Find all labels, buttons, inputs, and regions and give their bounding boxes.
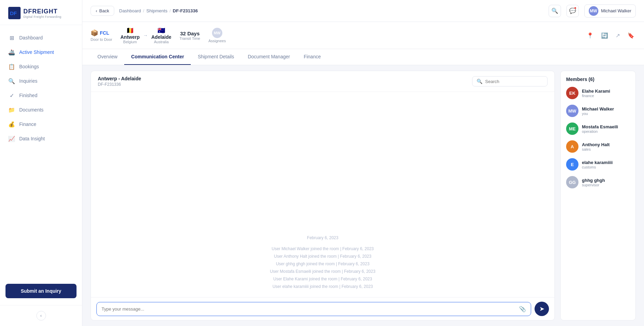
avatar: MW: [589, 6, 598, 16]
topbar: ‹ Back Dashboard / Shipments / DF-F23133…: [82, 0, 644, 22]
shipment-type-label: FCL: [100, 30, 109, 36]
member-name: Elahe Karami: [582, 89, 630, 94]
member-avatar-elahe-karamiiii: E: [566, 158, 578, 171]
sidebar-item-bookings[interactable]: 📋 Bookings: [0, 59, 82, 74]
assignees-label: Assignees: [208, 39, 226, 43]
sidebar-item-label: Active Shipment: [19, 49, 54, 55]
transit-days: 32 Days: [179, 31, 200, 36]
dashboard-icon: ⊞: [8, 34, 15, 41]
member-avatar-anthony-halt: A: [566, 140, 578, 153]
breadcrumb: Dashboard / Shipments / DF-F231336: [119, 8, 198, 13]
system-message-1: User Anthony Halt joined the room | Febr…: [98, 254, 548, 259]
sidebar-item-label: Data Insight: [19, 136, 45, 141]
tab-document-manager[interactable]: Document Manager: [241, 49, 297, 65]
topbar-left: ‹ Back Dashboard / Shipments / DF-F23133…: [91, 6, 198, 16]
finished-icon: ✓: [8, 92, 15, 99]
breadcrumb-dashboard[interactable]: Dashboard: [119, 8, 141, 13]
member-name: ghhg ghgh: [582, 178, 630, 183]
dfreight-logo-icon: DF: [8, 7, 21, 19]
sidebar-item-finance[interactable]: 💰 Finance: [0, 117, 82, 131]
shipment-service: Door to Door: [91, 37, 112, 42]
shipment-icon: 🚢: [8, 49, 15, 56]
location-button[interactable]: 📍: [585, 31, 595, 40]
send-button[interactable]: ➤: [535, 302, 549, 316]
origin-block: 🇧🇪 Antwerp Belgium: [120, 27, 140, 44]
member-name: elahe karamiiii: [582, 160, 630, 165]
send-icon: ➤: [539, 305, 545, 313]
system-message-0: User Michael Walker joined the room | Fe…: [98, 246, 548, 251]
sidebar-item-dashboard[interactable]: ⊞ Dashboard: [0, 31, 82, 45]
tab-communication-center[interactable]: Communication Center: [124, 49, 191, 65]
assignees-block: MW Assignees: [208, 28, 226, 43]
sidebar-item-label: Dashboard: [19, 35, 43, 40]
member-role: supervisor: [582, 183, 630, 187]
tab-shipment-details[interactable]: Shipment Details: [191, 49, 241, 65]
chat-title: Antwerp - Adelaide: [98, 76, 141, 81]
tab-finance[interactable]: Finance: [297, 49, 328, 65]
nav-list: ⊞ Dashboard 🚢 Active Shipment 📋 Bookings…: [0, 25, 82, 284]
sidebar-item-active-shipment[interactable]: 🚢 Active Shipment: [0, 45, 82, 59]
sidebar-item-label: Inquiries: [19, 78, 37, 84]
member-avatar-elahe-karami: EK: [566, 87, 578, 99]
bookmark-button[interactable]: 🔖: [626, 31, 636, 40]
shipment-info: 📦 FCL Door to Door 🇧🇪 Antwerp Belgium → …: [91, 27, 226, 44]
submit-inquiry-button[interactable]: Submit an Inquiry: [5, 284, 77, 298]
sidebar-item-label: Finished: [19, 93, 37, 98]
fcl-badge: 📦 FCL: [91, 29, 112, 37]
chat-message-input[interactable]: [102, 306, 516, 312]
system-message-4: User Elahe Karami joined the room | Febr…: [98, 277, 548, 281]
data-insight-icon: 📈: [8, 135, 15, 142]
member-elahe-karami: EK Elahe Karami finance: [566, 87, 630, 99]
bookings-icon: 📋: [8, 63, 15, 70]
user-profile[interactable]: MW Michael Walker: [584, 4, 636, 18]
sidebar-item-data-insight[interactable]: 📈 Data Insight: [0, 131, 82, 146]
inquiries-icon: 🔍: [8, 78, 15, 84]
chat-search-input[interactable]: [485, 79, 543, 84]
sidebar-item-label: Documents: [19, 107, 44, 113]
chat-input-wrap: 📎: [96, 302, 531, 316]
search-icon: 🔍: [477, 79, 482, 84]
refresh-button[interactable]: 🔄: [600, 31, 609, 40]
search-button[interactable]: 🔍: [549, 5, 561, 17]
shipment-type-block: 📦 FCL Door to Door: [91, 29, 112, 42]
tab-overview[interactable]: Overview: [91, 49, 124, 65]
collapse-button[interactable]: ‹: [36, 311, 46, 321]
attach-icon[interactable]: 📎: [519, 306, 526, 312]
chat-messages: February 6, 2023 User Michael Walker joi…: [91, 92, 554, 297]
chat-search-box[interactable]: 🔍: [472, 76, 548, 86]
chat-header: Antwerp - Adelaide DF-F231336 🔍: [91, 71, 554, 92]
member-role: finance: [582, 94, 630, 98]
breadcrumb-sep-2: /: [169, 8, 171, 13]
member-anthony-halt: A Anthony Halt sales: [566, 140, 630, 153]
member-info-ghhg-ghgh: ghhg ghgh supervisor: [582, 178, 630, 187]
system-message-3: User Mostafa Esmaeili joined the room | …: [98, 269, 548, 274]
shipment-header: 📦 FCL Door to Door 🇧🇪 Antwerp Belgium → …: [82, 22, 644, 49]
sidebar-item-finished[interactable]: ✓ Finished: [0, 88, 82, 103]
members-title: Members (6): [566, 77, 630, 82]
app-subtitle: Digital Freight Forwarding: [23, 15, 61, 19]
breadcrumb-sep-1: /: [143, 8, 144, 13]
main-content: ‹ Back Dashboard / Shipments / DF-F23133…: [82, 0, 644, 326]
sidebar-item-label: Bookings: [19, 64, 39, 69]
breadcrumb-shipments[interactable]: Shipments: [146, 8, 167, 13]
origin-city: Antwerp: [120, 34, 140, 40]
member-name: Michael Walker: [582, 106, 630, 112]
member-role: operation: [582, 129, 630, 133]
sidebar-item-inquiries[interactable]: 🔍 Inquiries: [0, 74, 82, 88]
notifications-button[interactable]: 💬: [566, 5, 579, 17]
dest-city: Adelaide: [151, 34, 171, 40]
member-ghhg-ghgh: GG ghhg ghgh supervisor: [566, 176, 630, 188]
chat-input-area: 📎 ➤: [91, 297, 554, 320]
share-button[interactable]: ↗: [614, 31, 621, 40]
sidebar-item-documents[interactable]: 📁 Documents: [0, 103, 82, 117]
assignee-avatar: MW: [212, 28, 222, 38]
chat-title-block: Antwerp - Adelaide DF-F231336: [98, 76, 141, 87]
system-message-5: User elahe karamiiii joined the room | F…: [98, 284, 548, 289]
dest-block: 🇦🇺 Adelaide Australia: [151, 27, 171, 44]
route-arrow-icon: →: [143, 33, 148, 38]
back-button[interactable]: ‹ Back: [91, 6, 114, 16]
chat-shipment-id: DF-F231336: [98, 82, 141, 87]
member-info-elahe-karamiiii: elahe karamiiii customs: [582, 160, 630, 169]
member-avatar-mostafa-esmaeili: ME: [566, 123, 578, 135]
sidebar-item-label: Finance: [19, 121, 36, 127]
